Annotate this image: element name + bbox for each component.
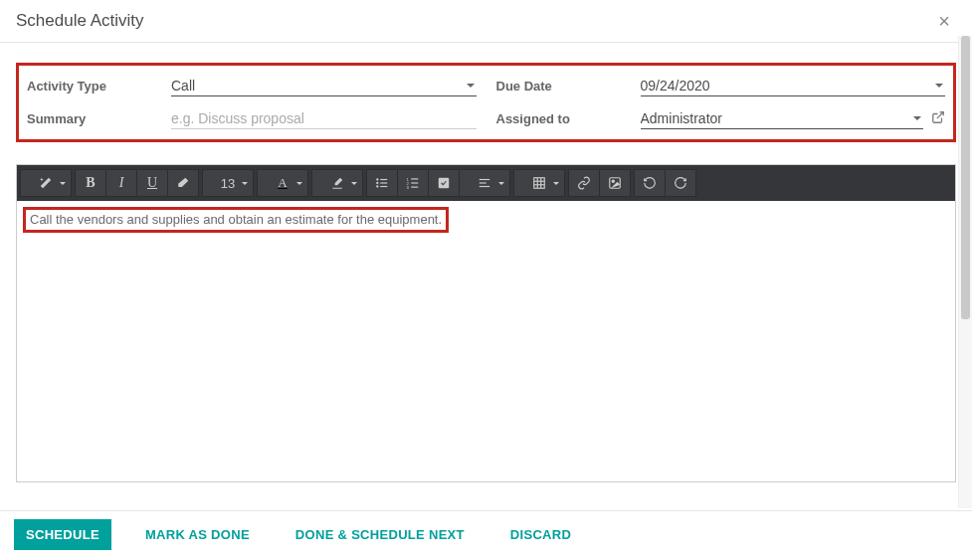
scrollbar[interactable]: [958, 36, 972, 508]
underline-button[interactable]: U: [136, 169, 168, 197]
align-button[interactable]: [459, 169, 510, 197]
editor-toolbar: B I U 13 A: [17, 165, 955, 201]
chevron-down-icon: [553, 182, 559, 185]
wand-button[interactable]: [20, 169, 72, 197]
assigned-to-select[interactable]: [641, 108, 924, 129]
svg-rect-21: [610, 178, 621, 189]
bold-button[interactable]: B: [75, 169, 106, 197]
chevron-down-icon: [351, 182, 357, 185]
chevron-down-icon: [935, 84, 943, 88]
summary-field: Summary: [27, 108, 477, 129]
schedule-activity-modal: Schedule Activity × Activity Type Due Da…: [0, 0, 972, 560]
due-date-input[interactable]: [641, 76, 946, 95]
summary-input[interactable]: [171, 108, 477, 128]
rich-text-editor: B I U 13 A: [16, 164, 956, 482]
assigned-to-label: Assigned to: [496, 111, 641, 126]
due-date-field: Due Date: [496, 76, 946, 96]
svg-rect-16: [534, 178, 545, 189]
chevron-down-icon: [242, 182, 248, 185]
image-button[interactable]: [599, 169, 631, 197]
italic-button[interactable]: I: [105, 169, 137, 197]
activity-type-input[interactable]: [171, 76, 477, 95]
font-size-button[interactable]: 13: [202, 169, 254, 197]
checklist-button[interactable]: [428, 169, 460, 197]
scrollbar-thumb[interactable]: [961, 36, 970, 319]
form-highlight-box: Activity Type Due Date Summary: [16, 63, 956, 142]
ul-button[interactable]: [366, 169, 398, 197]
svg-rect-11: [411, 187, 418, 188]
modal-header: Schedule Activity ×: [0, 0, 972, 43]
activity-type-field: Activity Type: [27, 76, 477, 96]
link-button[interactable]: [568, 169, 600, 197]
svg-rect-9: [411, 178, 418, 179]
close-button[interactable]: ×: [932, 10, 956, 32]
schedule-button[interactable]: SCHEDULE: [14, 519, 111, 550]
svg-rect-10: [411, 182, 418, 183]
chevron-down-icon: [467, 84, 475, 88]
activity-type-label: Activity Type: [27, 79, 171, 93]
chevron-down-icon: [296, 182, 302, 185]
redo-button[interactable]: [665, 169, 696, 197]
svg-rect-15: [480, 186, 490, 187]
svg-point-0: [376, 178, 378, 180]
svg-point-1: [376, 182, 378, 184]
done-schedule-next-button[interactable]: DONE & SCHEDULE NEXT: [284, 519, 477, 550]
due-date-label: Due Date: [496, 79, 641, 93]
assigned-to-input[interactable]: [641, 108, 924, 128]
external-link-icon[interactable]: [931, 110, 945, 128]
svg-rect-4: [380, 182, 387, 183]
chevron-down-icon: [498, 182, 504, 185]
svg-rect-14: [480, 182, 486, 183]
ol-button[interactable]: 123: [397, 169, 429, 197]
chevron-down-icon: [913, 116, 921, 120]
undo-button[interactable]: [634, 169, 666, 197]
table-button[interactable]: [513, 169, 565, 197]
modal-body: Activity Type Due Date Summary: [0, 43, 972, 482]
assigned-to-field: Assigned to: [496, 108, 946, 129]
highlight-button[interactable]: [311, 169, 363, 197]
modal-footer: SCHEDULE MARK AS DONE DONE & SCHEDULE NE…: [0, 510, 972, 560]
font-size-value: 13: [221, 176, 235, 191]
svg-text:3: 3: [407, 185, 410, 190]
summary-label: Summary: [27, 111, 171, 126]
chevron-down-icon: [60, 182, 66, 185]
svg-point-22: [612, 180, 614, 182]
editor-content[interactable]: Call the vendors and supplies and obtain…: [17, 201, 955, 481]
svg-rect-12: [439, 178, 450, 189]
discard-button[interactable]: DISCARD: [498, 519, 583, 550]
summary-input-wrap[interactable]: [171, 108, 477, 129]
activity-type-select[interactable]: [171, 76, 477, 96]
eraser-button[interactable]: [167, 169, 199, 197]
svg-rect-3: [380, 179, 387, 180]
editor-text: Call the vendors and supplies and obtain…: [23, 207, 449, 233]
svg-point-2: [376, 185, 378, 187]
mark-as-done-button[interactable]: MARK AS DONE: [133, 519, 262, 550]
due-date-picker[interactable]: [641, 76, 946, 96]
font-color-button[interactable]: A: [257, 169, 308, 197]
svg-text:1: 1: [407, 177, 410, 182]
modal-title: Schedule Activity: [16, 11, 144, 31]
svg-rect-5: [380, 186, 387, 187]
svg-rect-13: [480, 179, 490, 180]
svg-text:2: 2: [407, 181, 410, 186]
